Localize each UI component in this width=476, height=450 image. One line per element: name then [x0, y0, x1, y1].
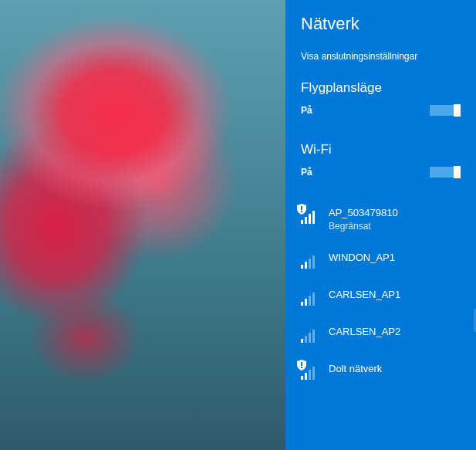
wifi-signal-icon	[301, 326, 319, 343]
wifi-network-name: CARLSEN_AP2	[329, 326, 400, 338]
wifi-signal-icon	[301, 289, 319, 306]
svg-rect-0	[301, 206, 302, 210]
wifi-network-item[interactable]: AP_503479810 Begränsat	[301, 199, 461, 244]
svg-rect-1	[301, 211, 302, 212]
airplane-mode-toggle[interactable]	[430, 105, 461, 116]
wifi-signal-icon	[301, 252, 319, 269]
view-connection-settings-link[interactable]: Visa anslutningsinställningar	[301, 51, 461, 62]
desktop-wallpaper	[0, 0, 285, 450]
airplane-mode-state-label: På	[301, 105, 312, 116]
shield-alert-icon	[297, 204, 306, 215]
wifi-row: På	[301, 167, 461, 178]
wifi-signal-icon	[301, 363, 319, 380]
wifi-network-item[interactable]: WINDON_AP1	[301, 244, 461, 281]
wifi-toggle[interactable]	[430, 167, 461, 178]
svg-rect-2	[301, 362, 302, 366]
panel-title: Nätverk	[301, 14, 461, 34]
wifi-network-list: AP_503479810 Begränsat WINDON_AP1 CARLSE…	[301, 199, 461, 392]
wifi-network-name: WINDON_AP1	[329, 252, 395, 264]
wifi-network-name: Dolt nätverk	[329, 363, 382, 375]
wifi-network-name: AP_503479810	[329, 207, 398, 219]
wifi-network-item[interactable]: CARLSEN_AP1	[301, 281, 461, 318]
airplane-mode-row: På	[301, 105, 461, 116]
networks-charm-panel: Nätverk Visa anslutningsinställningar Fl…	[285, 0, 476, 450]
wifi-heading: Wi-Fi	[301, 142, 461, 157]
wifi-network-name: CARLSEN_AP1	[329, 289, 400, 301]
wifi-state-label: På	[301, 167, 312, 178]
svg-rect-3	[301, 367, 302, 368]
wifi-signal-icon	[301, 207, 319, 224]
wifi-network-item[interactable]: CARLSEN_AP2	[301, 318, 461, 355]
wifi-network-status: Begränsat	[329, 221, 398, 232]
wifi-network-item[interactable]: Dolt nätverk	[301, 355, 461, 392]
shield-alert-icon	[297, 360, 306, 370]
airplane-mode-heading: Flygplansläge	[301, 80, 461, 96]
